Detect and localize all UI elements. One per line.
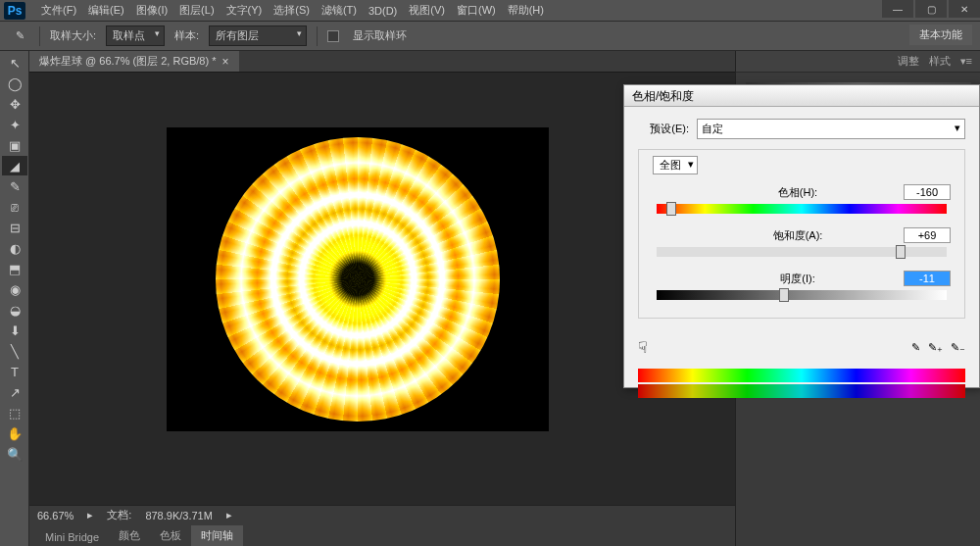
eyedropper-icon[interactable]: ✎ bbox=[911, 341, 920, 354]
zoom-level[interactable]: 66.67% bbox=[37, 510, 74, 521]
sample-size-label: 取样大小: bbox=[50, 28, 96, 43]
preset-label: 预设(E): bbox=[638, 122, 689, 136]
preset-select[interactable]: 自定 bbox=[697, 119, 965, 139]
eyedropper-add-icon[interactable]: ✎₊ bbox=[928, 341, 943, 354]
saturation-label: 饱和度(A): bbox=[692, 228, 904, 243]
menu-type[interactable]: 文字(Y) bbox=[220, 1, 269, 20]
artwork bbox=[216, 137, 500, 422]
doc-label: 文档: bbox=[107, 508, 131, 522]
saturation-slider[interactable] bbox=[657, 247, 947, 257]
options-bar: ✎ 取样大小: 取样点 样本: 所有图层 显示取样环 基本功能 bbox=[0, 22, 980, 51]
menu-help[interactable]: 帮助(H) bbox=[502, 1, 550, 20]
hue-slider[interactable] bbox=[657, 204, 947, 214]
workspace-switcher[interactable]: 基本功能 bbox=[909, 25, 972, 45]
document-tab[interactable]: 爆炸星球 @ 66.7% (图层 2, RGB/8) * × bbox=[29, 51, 239, 72]
tool-heal[interactable]: ✎ bbox=[2, 176, 27, 196]
tool-wand[interactable]: ✦ bbox=[2, 115, 27, 134]
window-controls: — ▢ ✕ bbox=[880, 0, 980, 18]
menu-select[interactable]: 选择(S) bbox=[268, 1, 316, 20]
spectrum-top bbox=[638, 369, 965, 382]
document-tab-title: 爆炸星球 @ 66.7% (图层 2, RGB/8) * bbox=[39, 54, 217, 69]
tab-close-icon[interactable]: × bbox=[222, 55, 229, 69]
tool-hand[interactable]: ✋ bbox=[2, 423, 27, 443]
tab-timeline[interactable]: 时间轴 bbox=[191, 525, 243, 546]
eyedropper-sub-icon[interactable]: ✎₋ bbox=[951, 341, 965, 354]
lightness-thumb[interactable] bbox=[779, 288, 789, 302]
hue-label: 色相(H): bbox=[692, 185, 904, 200]
saturation-input[interactable] bbox=[904, 227, 951, 243]
menu-image[interactable]: 图像(I) bbox=[130, 1, 173, 20]
toolbar: ↖ ◯ ✥ ✦ ▣ ◢ ✎ ⎚ ⊟ ◐ ⬒ ◉ ◒ ⬇ ╲ T ↗ ⬚ ✋ 🔍 bbox=[0, 51, 29, 546]
tool-eyedropper[interactable]: ◢ bbox=[2, 156, 27, 175]
menu-window[interactable]: 窗口(W) bbox=[451, 1, 502, 20]
menu-filter[interactable]: 滤镜(T) bbox=[316, 1, 363, 20]
tool-pen[interactable]: ╲ bbox=[2, 341, 27, 361]
menu-view[interactable]: 视图(V) bbox=[403, 1, 451, 20]
lightness-slider[interactable] bbox=[657, 290, 947, 300]
minimize-button[interactable]: — bbox=[882, 0, 913, 18]
tool-eraser[interactable]: ⬒ bbox=[2, 259, 27, 278]
close-button[interactable]: ✕ bbox=[949, 0, 980, 18]
sample-size-select[interactable]: 取样点 bbox=[106, 25, 165, 46]
menubar: Ps 文件(F) 编辑(E) 图像(I) 图层(L) 文字(Y) 选择(S) 滤… bbox=[0, 0, 980, 22]
tool-move[interactable]: ↖ bbox=[2, 53, 27, 73]
bottom-panel-tabs: Mini Bridge 颜色 色板 时间轴 bbox=[29, 524, 735, 546]
tab-style[interactable]: 样式 bbox=[929, 54, 951, 69]
menu-layer[interactable]: 图层(L) bbox=[173, 1, 220, 20]
dialog-title: 色相/饱和度 bbox=[624, 85, 979, 107]
tab-color[interactable]: 颜色 bbox=[109, 525, 150, 546]
panel-header: 调整 样式 ▾≡ bbox=[736, 51, 980, 73]
menu-3d[interactable]: 3D(D) bbox=[363, 3, 403, 19]
sample-label: 样本: bbox=[174, 28, 199, 43]
canvas[interactable] bbox=[167, 127, 549, 431]
tool-marquee[interactable]: ◯ bbox=[2, 74, 27, 93]
hue-input[interactable] bbox=[904, 184, 951, 200]
maximize-button[interactable]: ▢ bbox=[915, 0, 947, 18]
show-ring-checkbox[interactable] bbox=[327, 30, 339, 42]
tab-swatch[interactable]: 色板 bbox=[150, 525, 191, 546]
tool-brush[interactable]: ⎚ bbox=[2, 197, 27, 217]
channel-group: 全图 色相(H): 饱和度(A): bbox=[638, 149, 965, 319]
saturation-thumb[interactable] bbox=[896, 245, 906, 259]
lightness-label: 明度(I): bbox=[692, 272, 904, 286]
tool-shape[interactable]: ⬚ bbox=[2, 403, 27, 422]
tool-zoom[interactable]: 🔍 bbox=[2, 444, 27, 464]
tool-crop[interactable]: ▣ bbox=[2, 135, 27, 155]
ps-logo: Ps bbox=[4, 2, 25, 20]
channel-select[interactable]: 全图 bbox=[653, 156, 698, 174]
menu-edit[interactable]: 编辑(E) bbox=[82, 1, 130, 20]
menu-file[interactable]: 文件(F) bbox=[35, 1, 82, 20]
tool-lasso[interactable]: ✥ bbox=[2, 94, 27, 114]
tool-dodge[interactable]: ⬇ bbox=[2, 321, 27, 340]
hue-thumb[interactable] bbox=[666, 202, 676, 216]
spectrum-bottom bbox=[638, 384, 965, 398]
status-bar: 66.67% ▸ 文档: 878.9K/3.71M ▸ bbox=[29, 505, 735, 524]
doc-size: 878.9K/3.71M bbox=[145, 510, 213, 521]
tool-gradient[interactable]: ◉ bbox=[2, 279, 27, 299]
document-tabbar: 爆炸星球 @ 66.7% (图层 2, RGB/8) * × bbox=[29, 51, 735, 73]
tab-minibridge[interactable]: Mini Bridge bbox=[35, 528, 109, 546]
show-ring-label: 显示取样环 bbox=[353, 28, 407, 43]
tool-stamp[interactable]: ⊟ bbox=[2, 218, 27, 237]
tool-blur[interactable]: ◒ bbox=[2, 300, 27, 320]
tab-adjust[interactable]: 调整 bbox=[898, 54, 919, 69]
hand-tool-icon[interactable]: ☟ bbox=[638, 338, 648, 357]
panel-menu-icon[interactable]: ▾≡ bbox=[960, 55, 972, 68]
sample-select[interactable]: 所有图层 bbox=[209, 25, 307, 46]
tool-history[interactable]: ◐ bbox=[2, 238, 27, 258]
hue-saturation-dialog: 色相/饱和度 预设(E): 自定 全图 色相(H): bbox=[623, 84, 980, 388]
eyedropper-icon[interactable]: ✎ bbox=[10, 26, 29, 46]
tool-type[interactable]: T bbox=[2, 362, 27, 381]
lightness-input[interactable] bbox=[904, 271, 951, 286]
tool-path[interactable]: ↗ bbox=[2, 382, 27, 402]
